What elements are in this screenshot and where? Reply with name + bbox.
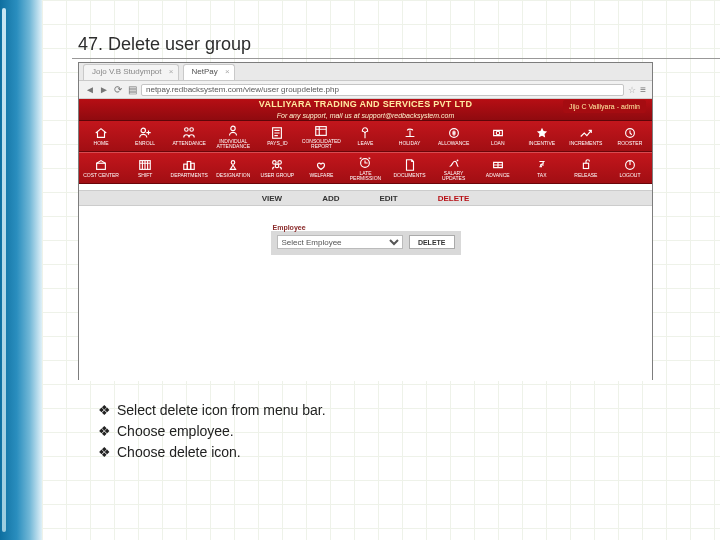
salary-updates-icon[interactable]: SALARY UPDATES [432,153,476,183]
svg-rect-13 [191,163,195,169]
logout-icon[interactable]: LOGOUT [608,153,652,183]
list-item: ❖Choose delete icon. [98,442,326,463]
address-bar: ◄ ► ⟳ ▤ ☆ ≡ [79,81,652,99]
list-item: ❖Select delete icon from menu bar. [98,400,326,421]
icon-label: SHIFT [138,173,152,178]
bullet-icon: ❖ [98,421,111,442]
icon-label: LOAN [491,141,505,146]
icon-label: LEAVE [358,141,374,146]
icon-label: HOME [94,141,109,146]
forward-icon[interactable]: ► [99,85,109,95]
increments-icon[interactable]: INCREMENTS [564,121,608,151]
bullet-icon: ❖ [98,400,111,421]
icon-label: COST CENTER [83,173,119,178]
user-group-icon[interactable]: USER GROUP [255,153,299,183]
icon-label: ENROLL [135,141,155,146]
svg-point-19 [456,159,458,161]
svg-point-0 [141,128,145,132]
svg-point-16 [278,161,282,165]
cost-center-icon[interactable]: COST CENTER [79,153,123,183]
leave-icon[interactable]: LEAVE [343,121,387,151]
menu-icon[interactable]: ≡ [640,84,646,95]
payslip-icon[interactable]: PAYS_ID [255,121,299,151]
icon-label: SALARY UPDATES [432,171,476,181]
incentive-icon[interactable]: INCENTIVE [520,121,564,151]
bookmark-icon[interactable]: ☆ [628,85,636,95]
icon-bar-row2: COST CENTERSHIFTDEPARTMENTSDESIGNATIONUS… [79,152,652,184]
svg-point-1 [185,128,189,132]
icon-label: WELFARE [309,173,333,178]
app-viewport: VALLIYARA TRADING AND SERVICES PVT LTD F… [79,99,652,381]
icon-label: DOCUMENTS [393,173,425,178]
icon-label: HOLIDAY [399,141,421,146]
submenu: VIEW ADD EDIT DELETE [79,190,652,206]
close-icon[interactable]: × [225,67,230,76]
allowance-icon[interactable]: ALLOWANCE [432,121,476,151]
list-item: ❖Choose employee. [98,421,326,442]
icon-label: INDIVIDUAL ATTENDANCE [216,139,250,149]
loan-icon[interactable]: LOAN [476,121,520,151]
icon-label: TAX [537,173,546,178]
consolidated-report-icon[interactable]: CONSOLIDATED REPORT [299,121,343,151]
svg-rect-5 [316,126,327,135]
bullet-icon: ❖ [98,442,111,463]
delete-button[interactable]: DELETE [409,235,455,249]
icon-label: ROOSTER [618,141,643,146]
icon-label: ALLOWANCE [438,141,469,146]
employee-label: Employee [271,224,461,231]
url-input[interactable] [141,84,624,96]
submenu-add[interactable]: ADD [322,194,339,203]
icon-label: CONSOLIDATED REPORT [302,139,341,149]
late-permission-icon[interactable]: LATE PERMISSION [343,153,387,183]
advance-icon[interactable]: ADVANCE [476,153,520,183]
icon-label: USER GROUP [261,173,295,178]
browser-tab[interactable]: NetPay × [183,64,235,80]
icon-label: LATE PERMISSION [343,171,387,181]
icon-label: INCENTIVE [528,141,555,146]
icon-label: ADVANCE [486,173,510,178]
title-rule [72,58,720,59]
submenu-edit[interactable]: EDIT [380,194,398,203]
reload-icon[interactable]: ⟳ [113,85,123,95]
icon-label: ATTENDANCE [172,141,206,146]
icon-label: DESIGNATION [216,173,250,178]
browser-window: Jojo V.B Studympot × NetPay × ◄ ► ⟳ ▤ ☆ … [78,62,653,380]
current-user: Jijo C Valliyara - admin [563,100,646,113]
submenu-delete[interactable]: DELETE [438,194,470,203]
rooster-icon[interactable]: ROOSTER [608,121,652,151]
slide-title: 47. Delete user group [78,34,251,55]
svg-rect-20 [583,163,588,168]
page-icon: ▤ [127,85,137,95]
release-icon[interactable]: RELEASE [564,153,608,183]
icon-label: INCREMENTS [569,141,602,146]
holiday-icon[interactable]: HOLIDAY [388,121,432,151]
departments-icon[interactable]: DEPARTMENTS [167,153,211,183]
icon-bar-row1: HOMEENROLLATTENDANCEINDIVIDUAL ATTENDANC… [79,121,652,152]
svg-point-15 [273,161,277,165]
back-icon[interactable]: ◄ [85,85,95,95]
attendance-icon[interactable]: ATTENDANCE [167,121,211,151]
svg-point-3 [231,126,235,130]
bullet-list: ❖Select delete icon from menu bar. ❖Choo… [98,400,326,463]
welfare-icon[interactable]: WELFARE [299,153,343,183]
app-header: VALLIYARA TRADING AND SERVICES PVT LTD F… [79,99,652,121]
icon-label: RELEASE [574,173,597,178]
submenu-view[interactable]: VIEW [262,194,282,203]
enroll-icon[interactable]: ENROLL [123,121,167,151]
shift-icon[interactable]: SHIFT [123,153,167,183]
employee-select[interactable]: Select Employee [277,235,403,249]
svg-point-17 [276,164,280,168]
designation-icon[interactable]: DESIGNATION [211,153,255,183]
svg-rect-9 [97,163,106,169]
individual-attendance-icon[interactable]: INDIVIDUAL ATTENDANCE [211,121,255,151]
slide-spine [0,0,42,540]
close-icon[interactable]: × [169,67,174,76]
svg-point-14 [232,161,236,165]
home-icon[interactable]: HOME [79,121,123,151]
documents-icon[interactable]: DOCUMENTS [388,153,432,183]
delete-form: Employee Select Employee DELETE [271,224,461,255]
tax-icon[interactable]: TAX [520,153,564,183]
tab-strip: Jojo V.B Studympot × NetPay × [79,63,652,81]
svg-point-2 [190,128,194,132]
browser-tab[interactable]: Jojo V.B Studympot × [83,64,179,80]
